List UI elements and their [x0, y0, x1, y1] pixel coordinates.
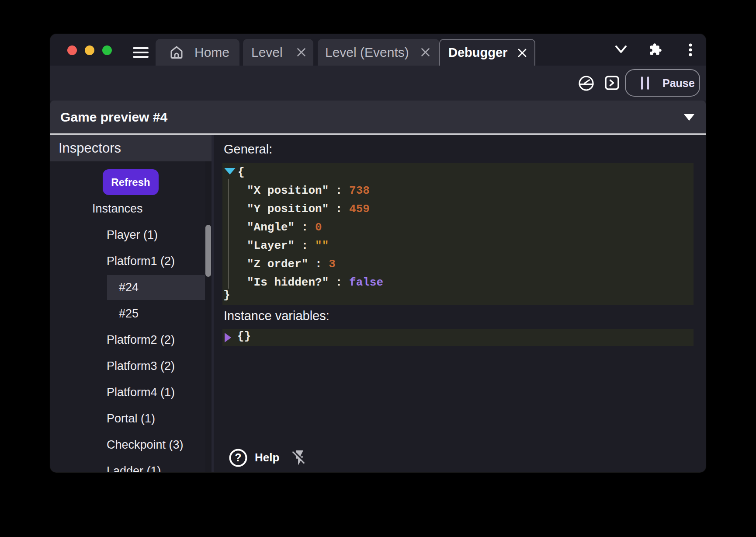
svg-text:?: ? [235, 451, 241, 464]
